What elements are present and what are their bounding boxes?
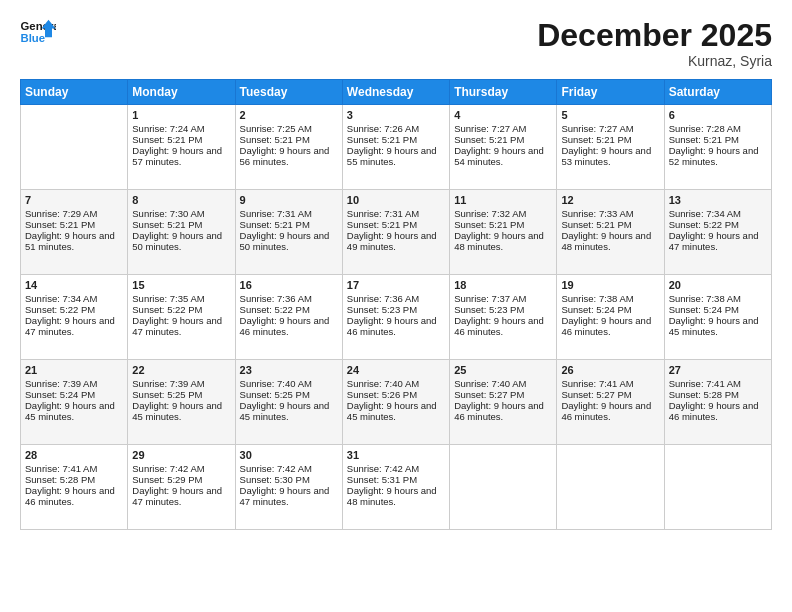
sunset-text: Sunset: 5:23 PM	[454, 304, 552, 315]
logo: General Blue	[20, 18, 58, 46]
sunset-text: Sunset: 5:21 PM	[561, 219, 659, 230]
daylight-text: Daylight: 9 hours and 54 minutes.	[454, 145, 552, 167]
day-number: 15	[132, 279, 230, 291]
sunset-text: Sunset: 5:22 PM	[240, 304, 338, 315]
daylight-text: Daylight: 9 hours and 47 minutes.	[132, 485, 230, 507]
sunset-text: Sunset: 5:21 PM	[25, 219, 123, 230]
day-cell: 30Sunrise: 7:42 AMSunset: 5:30 PMDayligh…	[235, 445, 342, 530]
day-cell: 8Sunrise: 7:30 AMSunset: 5:21 PMDaylight…	[128, 190, 235, 275]
week-row-2: 7Sunrise: 7:29 AMSunset: 5:21 PMDaylight…	[21, 190, 772, 275]
sunrise-text: Sunrise: 7:39 AM	[25, 378, 123, 389]
daylight-text: Daylight: 9 hours and 48 minutes.	[347, 485, 445, 507]
daylight-text: Daylight: 9 hours and 45 minutes.	[132, 400, 230, 422]
sunrise-text: Sunrise: 7:41 AM	[561, 378, 659, 389]
sunset-text: Sunset: 5:22 PM	[669, 219, 767, 230]
day-cell	[21, 105, 128, 190]
day-cell: 12Sunrise: 7:33 AMSunset: 5:21 PMDayligh…	[557, 190, 664, 275]
daylight-text: Daylight: 9 hours and 52 minutes.	[669, 145, 767, 167]
daylight-text: Daylight: 9 hours and 46 minutes.	[454, 400, 552, 422]
day-number: 23	[240, 364, 338, 376]
daylight-text: Daylight: 9 hours and 46 minutes.	[240, 315, 338, 337]
daylight-text: Daylight: 9 hours and 46 minutes.	[669, 400, 767, 422]
daylight-text: Daylight: 9 hours and 46 minutes.	[347, 315, 445, 337]
sunrise-text: Sunrise: 7:42 AM	[240, 463, 338, 474]
daylight-text: Daylight: 9 hours and 46 minutes.	[25, 485, 123, 507]
sunrise-text: Sunrise: 7:38 AM	[669, 293, 767, 304]
col-header-thursday: Thursday	[450, 80, 557, 105]
day-cell: 24Sunrise: 7:40 AMSunset: 5:26 PMDayligh…	[342, 360, 449, 445]
sunset-text: Sunset: 5:21 PM	[240, 134, 338, 145]
sunrise-text: Sunrise: 7:38 AM	[561, 293, 659, 304]
day-cell: 23Sunrise: 7:40 AMSunset: 5:25 PMDayligh…	[235, 360, 342, 445]
col-header-sunday: Sunday	[21, 80, 128, 105]
sunset-text: Sunset: 5:22 PM	[25, 304, 123, 315]
daylight-text: Daylight: 9 hours and 57 minutes.	[132, 145, 230, 167]
day-number: 31	[347, 449, 445, 461]
sunrise-text: Sunrise: 7:32 AM	[454, 208, 552, 219]
daylight-text: Daylight: 9 hours and 48 minutes.	[454, 230, 552, 252]
sunrise-text: Sunrise: 7:30 AM	[132, 208, 230, 219]
day-number: 7	[25, 194, 123, 206]
col-header-wednesday: Wednesday	[342, 80, 449, 105]
sunset-text: Sunset: 5:21 PM	[669, 134, 767, 145]
day-number: 27	[669, 364, 767, 376]
title-block: December 2025 Kurnaz, Syria	[537, 18, 772, 69]
sunset-text: Sunset: 5:21 PM	[454, 219, 552, 230]
day-cell: 29Sunrise: 7:42 AMSunset: 5:29 PMDayligh…	[128, 445, 235, 530]
month-title: December 2025	[537, 18, 772, 53]
day-number: 9	[240, 194, 338, 206]
day-cell: 18Sunrise: 7:37 AMSunset: 5:23 PMDayligh…	[450, 275, 557, 360]
header: General Blue December 2025 Kurnaz, Syria	[20, 18, 772, 69]
day-number: 13	[669, 194, 767, 206]
sunrise-text: Sunrise: 7:25 AM	[240, 123, 338, 134]
daylight-text: Daylight: 9 hours and 46 minutes.	[561, 315, 659, 337]
sunrise-text: Sunrise: 7:40 AM	[240, 378, 338, 389]
day-cell: 25Sunrise: 7:40 AMSunset: 5:27 PMDayligh…	[450, 360, 557, 445]
day-number: 1	[132, 109, 230, 121]
sunrise-text: Sunrise: 7:27 AM	[561, 123, 659, 134]
day-number: 30	[240, 449, 338, 461]
day-cell: 15Sunrise: 7:35 AMSunset: 5:22 PMDayligh…	[128, 275, 235, 360]
day-number: 21	[25, 364, 123, 376]
col-header-monday: Monday	[128, 80, 235, 105]
day-cell: 20Sunrise: 7:38 AMSunset: 5:24 PMDayligh…	[664, 275, 771, 360]
day-number: 24	[347, 364, 445, 376]
day-cell: 16Sunrise: 7:36 AMSunset: 5:22 PMDayligh…	[235, 275, 342, 360]
sunrise-text: Sunrise: 7:34 AM	[669, 208, 767, 219]
day-number: 19	[561, 279, 659, 291]
daylight-text: Daylight: 9 hours and 45 minutes.	[347, 400, 445, 422]
sunrise-text: Sunrise: 7:29 AM	[25, 208, 123, 219]
day-number: 17	[347, 279, 445, 291]
daylight-text: Daylight: 9 hours and 49 minutes.	[347, 230, 445, 252]
sunset-text: Sunset: 5:21 PM	[454, 134, 552, 145]
col-header-friday: Friday	[557, 80, 664, 105]
day-cell: 5Sunrise: 7:27 AMSunset: 5:21 PMDaylight…	[557, 105, 664, 190]
day-cell: 27Sunrise: 7:41 AMSunset: 5:28 PMDayligh…	[664, 360, 771, 445]
sunrise-text: Sunrise: 7:41 AM	[25, 463, 123, 474]
sunset-text: Sunset: 5:23 PM	[347, 304, 445, 315]
day-cell: 4Sunrise: 7:27 AMSunset: 5:21 PMDaylight…	[450, 105, 557, 190]
daylight-text: Daylight: 9 hours and 47 minutes.	[240, 485, 338, 507]
sunrise-text: Sunrise: 7:40 AM	[454, 378, 552, 389]
svg-text:Blue: Blue	[21, 32, 46, 44]
day-number: 18	[454, 279, 552, 291]
sunset-text: Sunset: 5:25 PM	[132, 389, 230, 400]
sunrise-text: Sunrise: 7:26 AM	[347, 123, 445, 134]
week-row-5: 28Sunrise: 7:41 AMSunset: 5:28 PMDayligh…	[21, 445, 772, 530]
daylight-text: Daylight: 9 hours and 51 minutes.	[25, 230, 123, 252]
day-cell: 17Sunrise: 7:36 AMSunset: 5:23 PMDayligh…	[342, 275, 449, 360]
sunrise-text: Sunrise: 7:33 AM	[561, 208, 659, 219]
sunset-text: Sunset: 5:24 PM	[669, 304, 767, 315]
week-row-1: 1Sunrise: 7:24 AMSunset: 5:21 PMDaylight…	[21, 105, 772, 190]
daylight-text: Daylight: 9 hours and 47 minutes.	[132, 315, 230, 337]
daylight-text: Daylight: 9 hours and 55 minutes.	[347, 145, 445, 167]
daylight-text: Daylight: 9 hours and 53 minutes.	[561, 145, 659, 167]
sunrise-text: Sunrise: 7:41 AM	[669, 378, 767, 389]
day-cell: 13Sunrise: 7:34 AMSunset: 5:22 PMDayligh…	[664, 190, 771, 275]
sunrise-text: Sunrise: 7:36 AM	[347, 293, 445, 304]
sunrise-text: Sunrise: 7:34 AM	[25, 293, 123, 304]
daylight-text: Daylight: 9 hours and 45 minutes.	[669, 315, 767, 337]
sunset-text: Sunset: 5:28 PM	[25, 474, 123, 485]
sunset-text: Sunset: 5:30 PM	[240, 474, 338, 485]
sunset-text: Sunset: 5:21 PM	[132, 219, 230, 230]
